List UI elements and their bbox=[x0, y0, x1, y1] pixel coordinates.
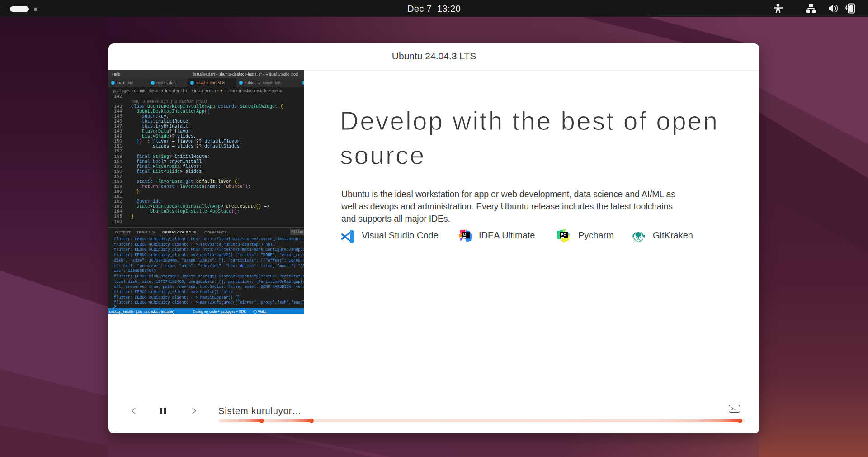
svg-text:IJ: IJ bbox=[463, 233, 467, 237]
svg-text:PC: PC bbox=[561, 233, 566, 237]
